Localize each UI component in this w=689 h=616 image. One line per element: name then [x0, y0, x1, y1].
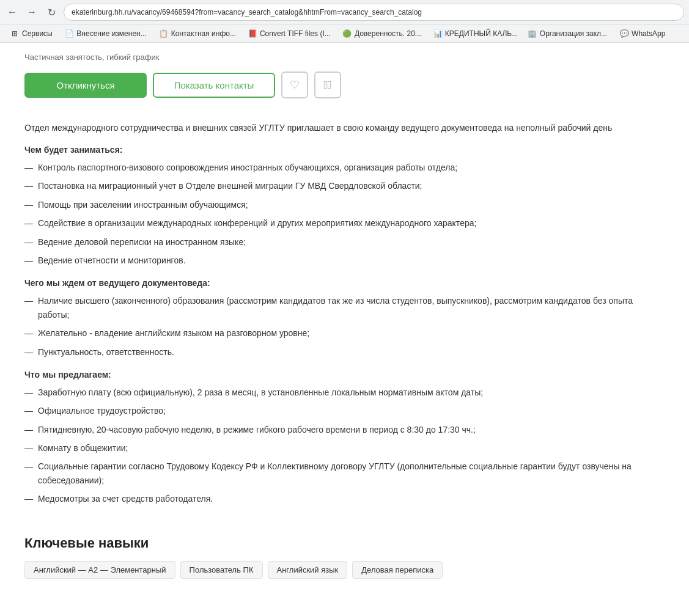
- eye-off-icon: 👁̸: [323, 79, 331, 92]
- hide-button[interactable]: 👁̸: [314, 72, 341, 98]
- requirements-title: Чего мы ждем от ведущего документоведа:: [24, 278, 665, 288]
- bullet-dash: —: [24, 198, 33, 211]
- bookmark-services[interactable]: ⊞Сервисы: [5, 28, 57, 40]
- bullet-dash: —: [24, 404, 33, 417]
- page-scroll-area[interactable]: Частичная занятость, гибкий график Откли…: [0, 43, 689, 616]
- bullet-dash: —: [24, 386, 33, 399]
- bookmark-icon: 💬: [619, 29, 629, 38]
- bookmark-label: Доверенность. 20...: [355, 29, 421, 38]
- bullet-dash: —: [24, 216, 33, 230]
- bookmark-label: Convert TIFF files (I...: [260, 29, 331, 38]
- list-item: —Комнату в общежитии;: [24, 440, 665, 456]
- list-item: —Пятидневную, 20-часовую рабочую неделю,…: [24, 422, 665, 438]
- bookmark-icon: 🟢: [342, 29, 352, 38]
- bookmark-bookmark5[interactable]: 📊КРЕДИТНЫЙ КАЛЬ...: [429, 28, 520, 40]
- list-item: —Ведение деловой переписки на иностранно…: [24, 234, 665, 250]
- description-section: Отдел международного сотрудничества и вн…: [0, 111, 689, 529]
- bookmark-label: Внесение изменен...: [76, 29, 146, 38]
- page-content: Частичная занятость, гибкий график Откли…: [0, 43, 689, 603]
- bookmark-bookmark6[interactable]: 🏢Организация закл...: [523, 28, 612, 40]
- bookmark-bookmark7[interactable]: 💬WhatsApp: [614, 28, 670, 40]
- list-item: —Помощь при заселении иностранным обучаю…: [24, 197, 665, 213]
- skills-title: Ключевые навыки: [24, 535, 665, 551]
- skill-tag: Пользователь ПК: [180, 561, 263, 579]
- duties-list: —Контроль паспортного-визового сопровожд…: [24, 160, 665, 268]
- list-item: —Наличие высшего (законченного) образова…: [24, 293, 665, 323]
- duties-title: Чем будет заниматься:: [24, 145, 665, 155]
- list-item: —Желательно - владение английским языком…: [24, 325, 665, 341]
- favorite-button[interactable]: ♡: [281, 72, 308, 98]
- forward-button[interactable]: →: [24, 5, 39, 20]
- action-buttons: Откликнуться Показать контакты ♡ 👁̸: [24, 72, 665, 98]
- back-button[interactable]: ←: [5, 5, 20, 20]
- bullet-dash: —: [24, 254, 33, 267]
- requirements-list: —Наличие высшего (законченного) образова…: [24, 293, 665, 360]
- bookmark-icon: 📄: [65, 29, 75, 38]
- bookmark-icon: ⊞: [10, 29, 20, 38]
- intro-text: Отдел международного сотрудничества и вн…: [24, 123, 665, 133]
- bullet-dash: —: [24, 460, 33, 487]
- bookmark-bookmark3[interactable]: 📕Convert TIFF files (I...: [243, 28, 335, 40]
- bullet-dash: —: [24, 161, 33, 174]
- bookmark-bookmark4[interactable]: 🟢Доверенность. 20...: [337, 28, 426, 40]
- list-item: —Постановка на миграционный учет в Отдел…: [24, 178, 665, 194]
- bookmark-label: Сервисы: [22, 29, 53, 38]
- browser-toolbar: ← → ↻: [0, 0, 689, 24]
- bookmark-label: WhatsApp: [632, 29, 665, 38]
- list-item: —Официальное трудоустройство;: [24, 403, 665, 419]
- list-item: —Содействие в организации международных …: [24, 215, 665, 231]
- bullet-dash: —: [24, 235, 33, 249]
- offers-list: —Заработную плату (всю официальную), 2 р…: [24, 384, 665, 507]
- skill-tag: Английский — А2 — Элементарный: [24, 561, 175, 579]
- bookmark-icon: 📋: [159, 29, 169, 38]
- bookmark-icon: 📕: [248, 29, 257, 38]
- browser-chrome: ← → ↻ ⊞Сервисы📄Внесение изменен...📋Конта…: [0, 0, 689, 43]
- bookmark-label: Контактная инфо...: [171, 29, 236, 38]
- list-item: —Ведение отчетности и мониторингов.: [24, 252, 665, 268]
- bookmark-icon: 🏢: [528, 29, 537, 38]
- skills-section: Ключевые навыки Английский — А2 — Элемен…: [0, 529, 689, 603]
- bookmark-icon: 📊: [433, 29, 443, 38]
- bookmark-bookmark1[interactable]: 📄Внесение изменен...: [60, 28, 152, 40]
- apply-button[interactable]: Откликнуться: [24, 73, 147, 98]
- list-item: —Заработную плату (всю официальную), 2 р…: [24, 384, 665, 400]
- bullet-dash: —: [24, 423, 33, 436]
- list-item: —Медосмотры за счет средств работодателя…: [24, 491, 665, 507]
- contacts-button[interactable]: Показать контакты: [153, 73, 275, 98]
- list-item: —Социальные гарантии согласно Трудовому …: [24, 458, 665, 488]
- bookmark-label: Организация закл...: [540, 29, 607, 38]
- heart-icon: ♡: [290, 78, 300, 92]
- reload-button[interactable]: ↻: [44, 5, 59, 20]
- employment-type: Частичная занятость, гибкий график: [24, 53, 665, 62]
- bookmark-bookmark2[interactable]: 📋Контактная инфо...: [154, 28, 241, 40]
- offers-title: Что мы предлагаем:: [24, 370, 665, 380]
- address-bar[interactable]: [64, 4, 684, 21]
- bookmark-label: КРЕДИТНЫЙ КАЛЬ...: [445, 29, 518, 38]
- bullet-dash: —: [24, 345, 33, 359]
- list-item: —Контроль паспортного-визового сопровожд…: [24, 160, 665, 175]
- bullet-dash: —: [24, 326, 33, 340]
- skills-tags: Английский — А2 — ЭлементарныйПользовате…: [24, 561, 665, 579]
- bullet-dash: —: [24, 179, 33, 193]
- bullet-dash: —: [24, 294, 33, 321]
- bullet-dash: —: [24, 492, 33, 505]
- list-item: —Пунктуальность, ответственность.: [24, 344, 665, 360]
- bookmarks-bar: ⊞Сервисы📄Внесение изменен...📋Контактная …: [0, 24, 689, 42]
- skill-tag: Деловая переписка: [352, 561, 443, 579]
- skill-tag: Английский язык: [268, 561, 348, 579]
- bullet-dash: —: [24, 441, 33, 455]
